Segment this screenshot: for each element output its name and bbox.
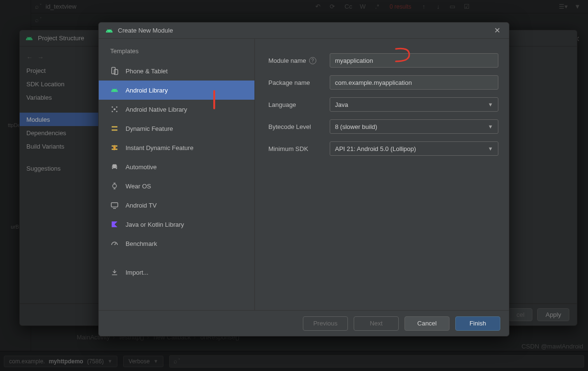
template-java-or-kotlin-library[interactable]: Java or Kotlin Library [99, 215, 254, 234]
template-label: Phone & Tablet [126, 68, 168, 75]
svg-rect-0 [112, 68, 115, 74]
language-label: Language [268, 101, 330, 108]
module-name-label: Module name ? [268, 57, 330, 64]
template-android-tv[interactable]: Android TV [99, 196, 254, 215]
package-name-input[interactable]: com.example.myapplication [330, 75, 498, 90]
close-icon[interactable]: ✕ [492, 25, 502, 36]
svg-point-5 [112, 111, 113, 112]
annotation-mark-1 [213, 90, 215, 109]
template-label: Benchmark [126, 240, 157, 247]
minsdk-select[interactable]: API 21: Android 5.0 (Lollipop) ▼ [330, 141, 498, 156]
native-icon [110, 105, 119, 114]
android-icon [105, 27, 113, 35]
template-wear-os[interactable]: Wear OS [99, 176, 254, 196]
template-benchmark[interactable]: Benchmark [99, 234, 254, 253]
next-button[interactable]: Next [354, 316, 399, 331]
template-label: Android TV [126, 202, 157, 209]
tv-icon [110, 201, 119, 209]
template-label: Dynamic Feature [126, 125, 173, 132]
cancel-button[interactable]: Cancel [404, 316, 450, 331]
bytecode-select[interactable]: 8 (slower build) ▼ [330, 119, 498, 134]
template-android-native-library[interactable]: Android Native Library [99, 100, 254, 119]
module-form: Module name ? myapplication Package name… [255, 39, 509, 310]
previous-button[interactable]: Previous [303, 316, 348, 331]
create-module-dialog: Create New Module ✕ Templates Phone & Ta… [98, 22, 509, 336]
template-label: Android Native Library [126, 106, 187, 113]
svg-rect-8 [111, 203, 118, 207]
template-label: Import... [126, 269, 149, 276]
mod-title-text: Create New Module [118, 27, 173, 34]
android-icon [110, 86, 119, 94]
template-label: Java or Kotlin Library [126, 221, 184, 228]
phone-tablet-icon [110, 67, 119, 75]
caret-down-icon: ▼ [488, 124, 493, 129]
import-icon [110, 268, 119, 277]
template-label: Wear OS [126, 183, 151, 190]
gauge-icon [110, 239, 119, 248]
svg-point-6 [116, 111, 117, 112]
svg-point-2 [114, 108, 115, 110]
minsdk-label: Minimum SDK [268, 145, 330, 152]
caret-down-icon: ▼ [488, 146, 493, 151]
package-name-label: Package name [268, 79, 330, 86]
template-label: Automotive [126, 163, 157, 171]
mod-titlebar: Create New Module ✕ [99, 23, 509, 39]
finish-button[interactable]: Finish [455, 316, 500, 331]
templates-list: Templates Phone & TabletAndroid LibraryA… [99, 39, 255, 310]
template-label: Android Library [126, 87, 168, 94]
template-label: Instant Dynamic Feature [126, 144, 194, 151]
instant-icon [110, 143, 119, 152]
dynamic-icon [110, 124, 119, 133]
templates-heading: Templates [99, 47, 254, 61]
template-android-library[interactable]: Android Library [99, 81, 254, 100]
template-automotive[interactable]: Automotive [99, 157, 254, 176]
module-name-input[interactable]: myapplication [330, 53, 498, 68]
car-icon [110, 162, 119, 171]
svg-point-3 [112, 106, 113, 108]
template-dynamic-feature[interactable]: Dynamic Feature [99, 119, 254, 138]
template-import-[interactable]: Import... [99, 263, 254, 282]
svg-point-4 [116, 106, 117, 108]
template-phone-tablet[interactable]: Phone & Tablet [99, 61, 254, 81]
bytecode-label: Bytecode Level [268, 123, 330, 130]
help-icon[interactable]: ? [309, 57, 316, 64]
kotlin-icon [110, 220, 119, 229]
template-instant-dynamic-feature[interactable]: Instant Dynamic Feature [99, 138, 254, 157]
language-select[interactable]: Java ▼ [330, 97, 498, 112]
svg-point-7 [113, 184, 116, 188]
mod-footer: Previous Next Cancel Finish [99, 310, 509, 336]
caret-down-icon: ▼ [488, 102, 493, 107]
watch-icon [110, 182, 119, 190]
